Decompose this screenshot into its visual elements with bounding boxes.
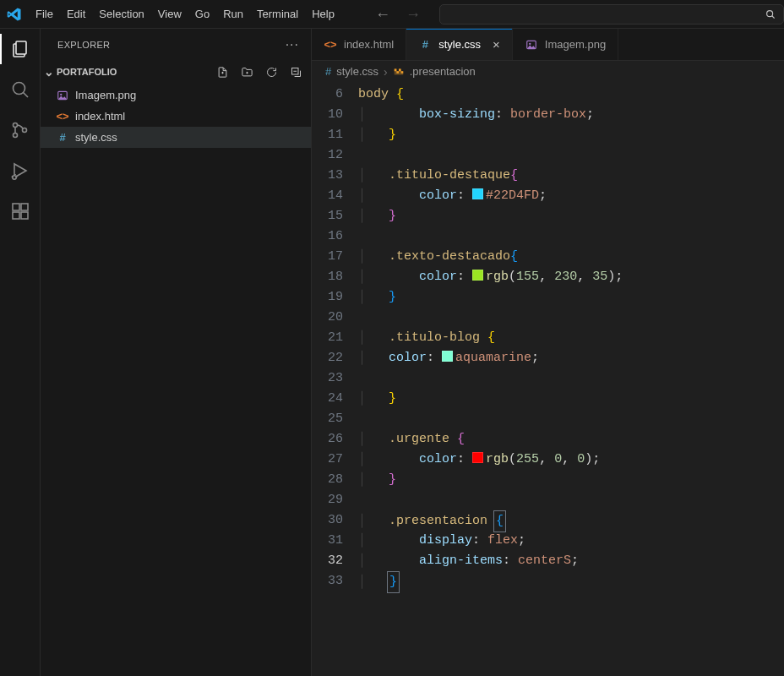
svg-rect-11 bbox=[21, 212, 28, 219]
svg-point-15 bbox=[60, 93, 62, 95]
tree-item-index-html[interactable]: <>index.html bbox=[41, 106, 311, 127]
line-gutter: 6101112131415161718192021222324252627282… bbox=[312, 83, 358, 676]
editor-group: <>index.html#style.css×Imagem.png # styl… bbox=[312, 29, 784, 676]
css-file-icon: # bbox=[325, 65, 331, 78]
html-file-icon: <> bbox=[56, 110, 69, 123]
sidebar-title: EXPLORER bbox=[57, 40, 110, 50]
file-tree: Imagem.png<>index.html#style.css bbox=[41, 83, 311, 148]
color-swatch bbox=[472, 270, 483, 281]
tree-item-label: style.css bbox=[75, 131, 117, 144]
new-folder-icon[interactable] bbox=[241, 66, 253, 79]
folder-actions bbox=[216, 66, 302, 79]
activity-explorer-icon[interactable] bbox=[8, 37, 32, 61]
command-search[interactable] bbox=[439, 4, 784, 25]
menu-help[interactable]: Help bbox=[305, 3, 341, 25]
folder-name: PORTAFOLIO bbox=[57, 67, 117, 77]
tab-index-html[interactable]: <>index.html bbox=[312, 29, 406, 60]
chevron-right-icon: › bbox=[384, 65, 388, 79]
svg-rect-12 bbox=[21, 204, 28, 210]
tab-label: Imagem.png bbox=[545, 38, 606, 51]
editor-code[interactable]: 6101112131415161718192021222324252627282… bbox=[312, 83, 784, 676]
sidebar: EXPLORER ··· ⌄ PORTAFOLIO Imagem.png<>in… bbox=[41, 29, 312, 676]
activity-debug-icon[interactable] bbox=[8, 159, 32, 183]
svg-point-0 bbox=[767, 10, 773, 16]
nav-back-icon[interactable]: ← bbox=[375, 7, 390, 22]
menu-run[interactable]: Run bbox=[216, 3, 250, 25]
menu-bar: FileEditSelectionViewGoRunTerminalHelp bbox=[29, 3, 341, 25]
new-file-icon[interactable] bbox=[216, 66, 229, 79]
title-bar: FileEditSelectionViewGoRunTerminalHelp ←… bbox=[0, 0, 784, 29]
svg-point-6 bbox=[13, 134, 17, 138]
tree-item-imagem-png[interactable]: Imagem.png bbox=[41, 84, 311, 106]
sidebar-header: EXPLORER ··· bbox=[41, 29, 311, 61]
svg-point-7 bbox=[22, 128, 26, 133]
activity-extensions-icon[interactable] bbox=[8, 199, 32, 223]
svg-rect-9 bbox=[13, 204, 19, 210]
svg-line-4 bbox=[23, 93, 28, 98]
menu-go[interactable]: Go bbox=[188, 3, 216, 25]
vscode-logo-icon bbox=[7, 7, 22, 22]
nav-arrows: ← → bbox=[375, 7, 421, 22]
breadcrumb[interactable]: # style.css › .presentacion bbox=[312, 61, 784, 83]
menu-view[interactable]: View bbox=[151, 3, 188, 25]
image-file-icon bbox=[525, 38, 538, 52]
svg-rect-10 bbox=[13, 212, 19, 219]
close-icon[interactable]: × bbox=[493, 37, 500, 52]
tab-label: style.css bbox=[438, 38, 481, 51]
menu-edit[interactable]: Edit bbox=[60, 3, 92, 25]
color-swatch bbox=[442, 351, 453, 362]
activity-scm-icon[interactable] bbox=[8, 118, 32, 142]
activity-bar bbox=[0, 29, 41, 676]
menu-file[interactable]: File bbox=[29, 3, 60, 25]
tab-style-css[interactable]: #style.css× bbox=[406, 29, 513, 60]
collapse-all-icon[interactable] bbox=[290, 66, 302, 79]
tab-label: index.html bbox=[344, 38, 394, 51]
code-area[interactable]: body {│ box-sizing: border-box;│ }│ .tit… bbox=[358, 83, 784, 676]
image-file-icon bbox=[56, 89, 69, 102]
tree-item-label: Imagem.png bbox=[75, 89, 136, 101]
breadcrumb-symbol: .presentacion bbox=[410, 65, 476, 78]
svg-rect-2 bbox=[16, 41, 26, 54]
refresh-icon[interactable] bbox=[265, 66, 278, 79]
editor-tabs: <>index.html#style.css×Imagem.png bbox=[312, 29, 784, 61]
color-swatch bbox=[472, 452, 483, 463]
css-file-icon: # bbox=[418, 38, 432, 52]
menu-terminal[interactable]: Terminal bbox=[250, 3, 305, 25]
tab-imagem-png[interactable]: Imagem.png bbox=[513, 29, 618, 60]
nav-forward-icon[interactable]: → bbox=[406, 7, 421, 22]
svg-point-5 bbox=[13, 123, 17, 128]
svg-point-3 bbox=[13, 83, 24, 95]
chevron-down-icon: ⌄ bbox=[44, 65, 54, 79]
tree-item-style-css[interactable]: #style.css bbox=[41, 127, 311, 148]
css-file-icon: # bbox=[56, 131, 69, 144]
folder-header[interactable]: ⌄ PORTAFOLIO bbox=[41, 61, 311, 83]
symbol-class-icon bbox=[393, 66, 405, 78]
html-file-icon: <> bbox=[324, 38, 337, 52]
sidebar-more-icon[interactable]: ··· bbox=[286, 37, 299, 52]
menu-selection[interactable]: Selection bbox=[92, 3, 150, 25]
search-icon bbox=[765, 8, 776, 20]
activity-search-icon[interactable] bbox=[8, 78, 32, 101]
tree-item-label: index.html bbox=[75, 110, 125, 123]
breadcrumb-file: style.css bbox=[336, 65, 378, 78]
svg-line-1 bbox=[772, 15, 775, 18]
color-swatch bbox=[472, 188, 483, 199]
svg-point-17 bbox=[529, 42, 531, 44]
